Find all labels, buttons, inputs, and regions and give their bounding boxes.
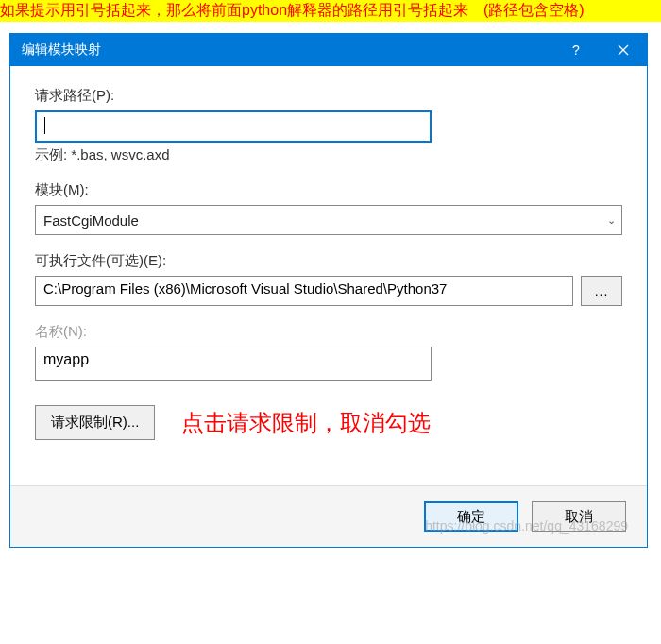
path-label: 请求路径(P): — [35, 87, 622, 105]
path-example: 示例: *.bas, wsvc.axd — [35, 146, 622, 164]
module-field-group: 模块(M): FastCgiModule ⌄ — [35, 181, 622, 235]
help-icon: ? — [572, 42, 580, 58]
dialog-title: 编辑模块映射 — [22, 42, 552, 59]
path-input[interactable] — [35, 110, 432, 143]
module-select[interactable]: FastCgiModule ⌄ — [35, 205, 622, 235]
browse-button[interactable]: ... — [581, 276, 622, 306]
restrict-row: 请求限制(R)... 点击请求限制，取消勾选 — [35, 405, 622, 440]
chevron-down-icon: ⌄ — [607, 214, 616, 227]
module-value: FastCgiModule — [43, 212, 139, 229]
request-restrict-button[interactable]: 请求限制(R)... — [35, 405, 155, 440]
dialog-footer: 确定 取消 — [10, 485, 647, 547]
cancel-button[interactable]: 取消 — [532, 501, 626, 532]
help-button[interactable]: ? — [552, 34, 600, 66]
module-label: 模块(M): — [35, 181, 622, 199]
path-field-group: 请求路径(P): 示例: *.bas, wsvc.axd — [35, 87, 622, 164]
instruction-note: 点击请求限制，取消勾选 — [181, 408, 431, 438]
titlebar: 编辑模块映射 ? — [10, 34, 647, 66]
close-button[interactable] — [600, 34, 647, 66]
close-icon — [618, 44, 629, 56]
executable-field-group: 可执行文件(可选)(E): C:\Program Files (x86)\Mic… — [35, 252, 622, 306]
edit-module-mapping-dialog: 编辑模块映射 ? 请求路径(P): 示例: *.bas, wsvc.axd 模块… — [9, 33, 648, 548]
executable-input[interactable]: C:\Program Files (x86)\Microsoft Visual … — [35, 276, 573, 306]
executable-label: 可执行文件(可选)(E): — [35, 252, 622, 270]
name-field-group: 名称(N): myapp — [35, 323, 622, 381]
ok-button[interactable]: 确定 — [424, 501, 518, 532]
top-annotation: 如果提示用引号括起来，那么将前面python解释器的路径用引号括起来 (路径包含… — [0, 0, 661, 22]
name-input[interactable]: myapp — [35, 347, 432, 381]
dialog-body: 请求路径(P): 示例: *.bas, wsvc.axd 模块(M): Fast… — [10, 66, 647, 485]
name-label: 名称(N): — [35, 323, 622, 341]
